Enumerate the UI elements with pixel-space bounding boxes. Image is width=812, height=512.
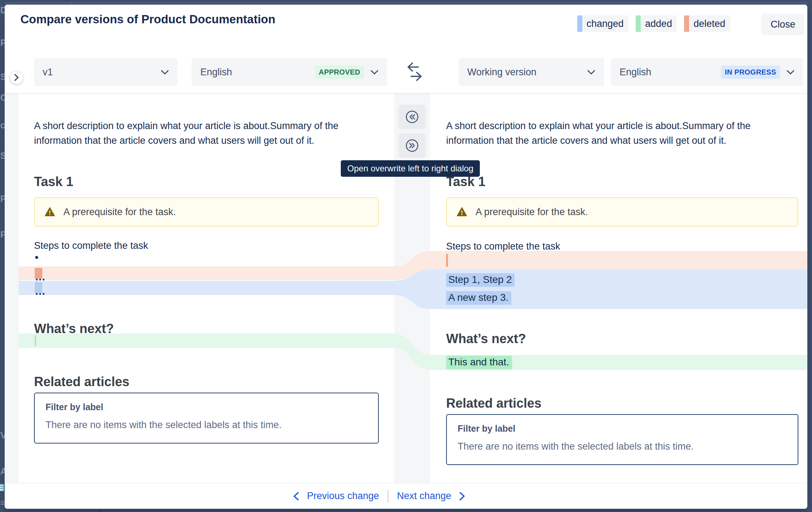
right-warning-panel: A prerequisite for the task. [446,197,798,227]
right-steps-label: Steps to complete the task [446,239,560,254]
chevron-down-icon [587,70,595,75]
chevron-right-icon [14,74,19,81]
left-warning-panel: A prerequisite for the task. [34,197,379,227]
left-version-select[interactable]: v1 [34,58,177,86]
filter-empty-message: There are no items with the selected lab… [46,419,367,431]
left-related-articles-box: Filter by label There are no items with … [34,393,379,444]
sidebar-text-fragment: Se [0,151,5,161]
page-sidebar-edge: DoPlSHOcoSePPrVeAP≡ [0,0,5,512]
added-marker-bar [35,335,36,346]
left-task-heading: Task 1 [34,174,73,189]
sidebar-text-fragment: Pl [0,38,5,48]
sidebar-text-fragment: SH [0,72,5,82]
sidebar-text-fragment: Pr [0,229,5,240]
added-text-line: This and that. [446,356,512,368]
dialog-footer: Previous change Next change [5,483,807,509]
page-right-edge [807,0,812,512]
right-related-articles-box: Filter by label There are no items with … [446,414,798,465]
page-bottom-divider [100,509,100,512]
page-top-bar [0,0,812,5]
overwrite-left-to-right-button[interactable] [398,133,426,158]
left-description: A short description to explain what your… [34,119,367,148]
warning-icon [457,207,467,217]
legend-deleted: deleted [684,15,730,32]
sidebar-text-fragment: O [0,93,5,103]
legend-color-strip [636,15,641,32]
close-button[interactable]: Close [761,14,804,35]
changed-text-line: A new step 3. [446,292,511,303]
right-changed-row: Step 1, Step 2 A new step 3. [430,270,807,309]
right-related-heading: Related articles [446,396,541,411]
chevron-down-icon [787,70,794,75]
diff-connectors [394,238,430,381]
chevron-down-icon [161,70,169,75]
legend-added: added [636,15,677,32]
status-badge-in-progress: IN PROGRESS [721,66,780,79]
list-bullet: • [35,251,39,264]
left-language-value: English [200,67,232,78]
page-title: Compare versions of Product Documentatio… [20,13,275,26]
footer-divider [388,490,388,503]
right-language-select[interactable]: English IN PROGRESS [611,58,803,86]
double-chevron-left-circle-icon [405,110,419,124]
next-change-button[interactable]: Next change [397,490,466,502]
right-added-row: This and that. [430,355,807,370]
filter-by-label: Filter by label [458,423,787,434]
legend-changed: changed [577,15,629,32]
sidebar-text-fragment: P [0,194,5,204]
deleted-marker-bar [446,254,448,267]
right-whats-next-heading: What’s next? [446,331,526,346]
sidebar-text-fragment: AP [0,466,5,477]
chevron-down-icon [371,70,378,75]
left-deleted-row: … [19,266,394,280]
page-top-divider [71,1,71,5]
sidebar-text-fragment: Do [0,5,5,15]
previous-change-button[interactable]: Previous change [293,490,379,502]
status-badge-approved: APPROVED [315,66,364,79]
changed-text-line: Step 1, Step 2 [446,274,515,285]
left-version-value: v1 [43,67,53,78]
left-changed-row: … [19,281,394,295]
tooltip: Open overwrite left to right dialog [341,160,480,177]
legend-color-strip [577,15,582,32]
dialog-header: Compare versions of Product Documentatio… [5,5,807,93]
collapsed-ellipsis: … [35,285,45,297]
left-steps-label: Steps to complete the task [34,238,148,253]
overwrite-right-to-left-button[interactable] [398,105,426,129]
compare-versions-dialog: Compare versions of Product Documentatio… [5,5,807,509]
sidebar-text-fragment: Ve [0,430,5,441]
sidebar-text-fragment: ≡ [0,498,5,508]
diff-legend: changedaddeddeleted [577,15,730,32]
legend-label: changed [582,15,629,32]
sidebar-doc-icon [0,484,4,492]
right-version-value: Working version [467,67,536,78]
filter-by-label: Filter by label [46,402,367,412]
double-chevron-right-circle-icon [405,139,419,152]
legend-color-strip [684,15,689,32]
filter-empty-message: There are no items with the selected lab… [458,441,787,452]
warning-icon [45,207,55,217]
chevron-left-icon [293,492,299,501]
right-version-select[interactable]: Working version [459,58,604,86]
right-warning-text: A prerequisite for the task. [476,207,588,218]
chevron-right-icon [459,492,465,501]
right-description: A short description to explain what your… [446,119,779,148]
left-language-select[interactable]: English APPROVED [192,58,387,86]
right-language-value: English [620,67,651,78]
swap-direction-icon[interactable] [405,61,425,83]
left-whats-next-heading: What’s next? [34,321,114,336]
sidebar-text-fragment: co [0,120,5,131]
left-related-heading: Related articles [34,374,129,389]
left-warning-text: A prerequisite for the task. [63,207,176,218]
legend-label: added [641,15,677,32]
legend-label: deleted [689,15,730,32]
expand-sidebar-button[interactable] [10,71,23,84]
page-bottom-bar [0,509,812,512]
